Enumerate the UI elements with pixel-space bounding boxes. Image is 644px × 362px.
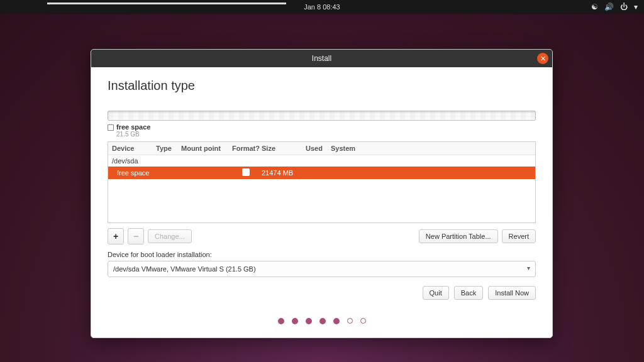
bootloader-selected: /dev/sda VMware, VMware Virtual S (21.5 … xyxy=(113,265,256,273)
install-now-button[interactable]: Install Now xyxy=(488,286,536,300)
close-icon: ✕ xyxy=(540,55,546,63)
cell-size: 21474 MB xyxy=(262,169,306,177)
page-title: Installation type xyxy=(108,79,536,93)
remove-partition-button[interactable]: − xyxy=(128,228,144,244)
topbar-strip xyxy=(47,3,286,4)
partition-usage-bar[interactable] xyxy=(108,111,536,121)
th-used[interactable]: Used xyxy=(306,145,331,152)
legend-label: free space xyxy=(116,123,150,131)
change-partition-button[interactable]: Change... xyxy=(148,229,192,243)
a11y-icon[interactable]: ☯ xyxy=(591,3,598,11)
wizard-footer: Quit Back Install Now xyxy=(108,286,536,300)
partition-toolbar: + − Change... New Partition Table... Rev… xyxy=(108,228,536,244)
add-partition-button[interactable]: + xyxy=(108,228,124,244)
back-button[interactable]: Back xyxy=(454,286,483,300)
step-dot xyxy=(292,318,298,324)
legend-size: 21.5 GB xyxy=(116,131,150,138)
bootloader-label: Device for boot loader installation: xyxy=(108,251,536,258)
step-dot xyxy=(347,318,353,324)
gnome-topbar: Jan 8 08:43 ☯ 🔊 ⏻ ▾ xyxy=(0,0,644,14)
step-dot xyxy=(360,318,366,324)
format-checkbox xyxy=(242,168,250,176)
new-partition-table-button[interactable]: New Partition Table... xyxy=(419,229,498,243)
bootloader-device-dropdown[interactable]: /dev/sda VMware, VMware Virtual S (21.5 … xyxy=(108,261,536,277)
table-row-device[interactable]: /dev/sda xyxy=(108,155,535,167)
partition-table: Device Type Mount point Format? Size Use… xyxy=(108,141,536,223)
cell-device: /dev/sda xyxy=(112,157,156,165)
partition-legend: free space 21.5 GB xyxy=(108,123,536,138)
menu-chevron-icon[interactable]: ▾ xyxy=(634,3,638,11)
close-button[interactable]: ✕ xyxy=(537,53,548,64)
step-dot xyxy=(278,318,284,324)
cell-device: free space xyxy=(112,169,156,177)
th-device[interactable]: Device xyxy=(112,145,156,152)
revert-button[interactable]: Revert xyxy=(502,229,536,243)
partition-table-header: Device Type Mount point Format? Size Use… xyxy=(108,142,535,155)
step-dot xyxy=(319,318,326,324)
window-title: Install xyxy=(312,54,331,63)
table-row-freespace[interactable]: free space 21474 MB xyxy=(108,167,535,179)
topbar-tray: ☯ 🔊 ⏻ ▾ xyxy=(591,3,638,11)
topbar-clock[interactable]: Jan 8 08:43 xyxy=(304,3,340,11)
th-format[interactable]: Format? xyxy=(230,145,262,152)
window-titlebar: Install ✕ xyxy=(91,50,552,67)
legend-swatch xyxy=(108,124,114,131)
quit-button[interactable]: Quit xyxy=(423,286,449,300)
th-type[interactable]: Type xyxy=(156,145,181,152)
step-indicator xyxy=(0,318,644,324)
cell-format xyxy=(230,168,262,177)
step-dot xyxy=(333,318,340,324)
th-system[interactable]: System xyxy=(331,145,531,152)
th-mount[interactable]: Mount point xyxy=(181,145,230,152)
power-icon[interactable]: ⏻ xyxy=(620,3,628,11)
step-dot xyxy=(306,318,312,324)
volume-icon[interactable]: 🔊 xyxy=(604,3,614,11)
th-size[interactable]: Size xyxy=(262,145,306,152)
install-window: Install ✕ Installation type free space 2… xyxy=(91,49,553,338)
